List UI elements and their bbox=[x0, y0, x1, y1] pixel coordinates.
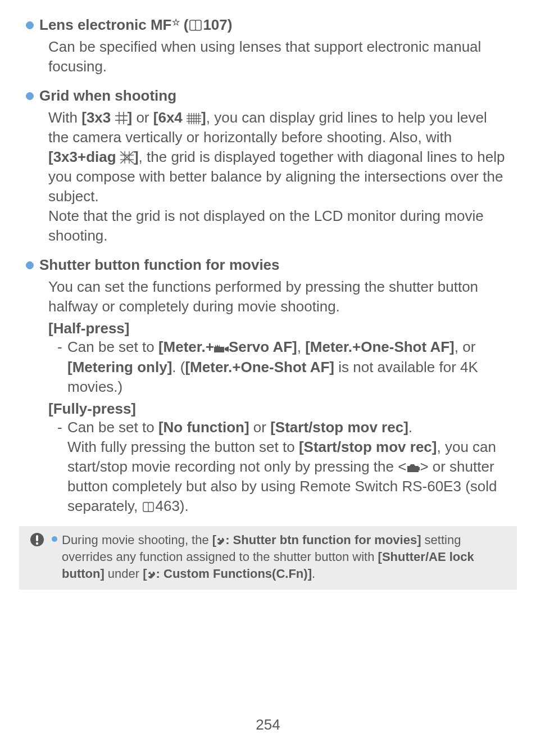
body-lens-mf: Can be specified when using lenses that … bbox=[48, 37, 510, 76]
subheading-fully-press: [Fully-press] bbox=[48, 400, 510, 418]
section-grid-shooting: Grid when shooting With [3x3 ] or [6x4 ]… bbox=[26, 87, 510, 246]
heading-grid: Grid when shooting bbox=[39, 87, 176, 106]
page-number: 254 bbox=[0, 716, 536, 734]
wrench-icon bbox=[147, 571, 156, 580]
body-shutter-intro: You can set the functions performed by p… bbox=[48, 277, 510, 316]
page-ref-icon bbox=[142, 501, 155, 513]
grid-diag-icon bbox=[120, 151, 134, 164]
caution-note-box: During movie shooting, the [: Shutter bt… bbox=[19, 526, 517, 590]
grid-3x3-icon bbox=[115, 112, 128, 124]
movie-servo-icon bbox=[214, 343, 229, 354]
caution-icon bbox=[29, 532, 45, 547]
section-shutter-button: Shutter button function for movies You c… bbox=[26, 256, 510, 516]
note-bullet-icon bbox=[52, 536, 57, 542]
svg-rect-23 bbox=[36, 535, 38, 541]
heading-shutter: Shutter button function for movies bbox=[39, 256, 280, 275]
wrench-icon bbox=[216, 537, 225, 546]
bullet-icon bbox=[26, 92, 34, 100]
camera-icon bbox=[406, 463, 420, 473]
svg-point-24 bbox=[36, 542, 38, 545]
grid-6x4-icon bbox=[187, 113, 201, 124]
bullet-icon bbox=[26, 261, 34, 269]
section-lens-electronic-mf: Lens electronic MF☆ (107) Can be specifi… bbox=[26, 16, 510, 76]
heading-lens-mf: Lens electronic MF☆ (107) bbox=[39, 16, 232, 35]
subheading-half-press: [Half-press] bbox=[48, 320, 510, 337]
body-grid-p2: Note that the grid is not displayed on t… bbox=[48, 206, 510, 246]
fully-press-item: Can be set to [No function] or [Start/st… bbox=[57, 418, 510, 516]
half-press-item: Can be set to [Meter.+Servo AF], [Meter.… bbox=[57, 337, 510, 396]
svg-rect-19 bbox=[214, 347, 224, 352]
body-grid-p1: With [3x3 ] or [6x4 ], you can display g… bbox=[48, 108, 510, 206]
page-ref-icon bbox=[188, 19, 203, 31]
bullet-icon bbox=[26, 21, 34, 29]
note-text: During movie shooting, the [: Shutter bt… bbox=[62, 532, 507, 582]
star-icon: ☆ bbox=[172, 17, 180, 27]
